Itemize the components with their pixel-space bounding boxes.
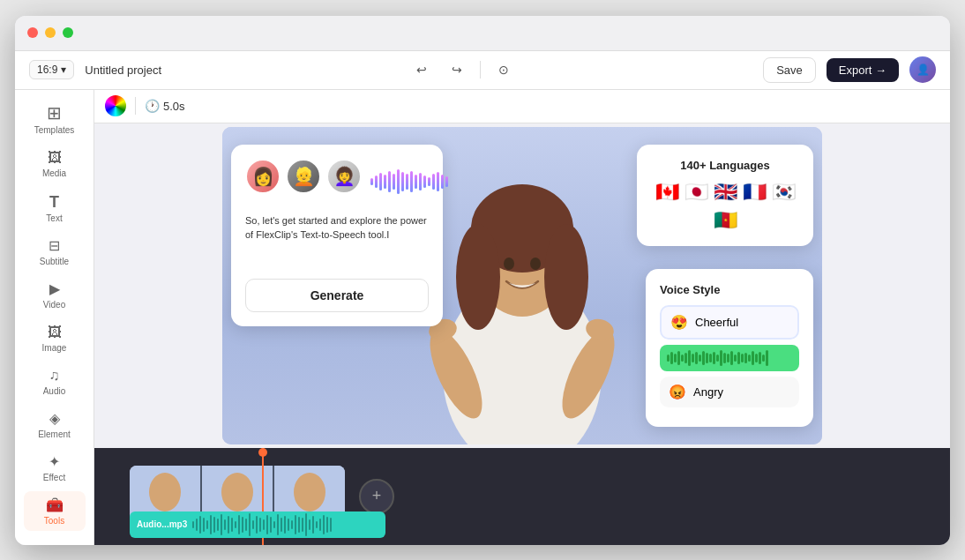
main-area: ⊞ Templates 🖼 Media T Text ⊟ Subtitle ▶ … — [15, 90, 950, 545]
sidebar-item-templates[interactable]: ⊞ Templates — [24, 97, 86, 140]
voice-style-cheerful[interactable]: 😍 Cheerful — [660, 305, 799, 340]
aspect-ratio-button[interactable]: 16:9 ▾ — [29, 60, 74, 79]
subtitle-icon: ⊟ — [49, 239, 60, 253]
cheerful-label: Cheerful — [695, 316, 738, 329]
flag-uk[interactable]: 🇬🇧 — [714, 181, 737, 204]
sidebar-item-label: Element — [38, 429, 71, 439]
text-icon: T — [49, 194, 59, 210]
flag-row: 🇨🇦 🇯🇵 🇬🇧 🇫🇷 🇰🇷 🇨🇲 — [651, 181, 799, 232]
export-button[interactable]: Export → — [827, 58, 899, 82]
video-canvas: 👩 👱 👩‍🦱 — [222, 127, 822, 444]
audio-track: Audio...mp3 — [130, 511, 897, 538]
voice-avatars: 👩 👱 👩‍🦱 — [245, 159, 362, 194]
playhead-head — [258, 448, 267, 457]
svg-point-14 — [221, 473, 253, 511]
voice-waveform — [370, 169, 448, 194]
sidebar-item-label: Templates — [34, 125, 75, 135]
flag-japan[interactable]: 🇯🇵 — [684, 181, 708, 204]
voice-avatar-2[interactable]: 👱 — [286, 159, 321, 194]
minimize-button[interactable] — [45, 27, 56, 38]
cheerful-emoji: 😍 — [670, 314, 688, 331]
editor-area: 🕐 5.0s — [94, 90, 950, 545]
flag-korea[interactable]: 🇰🇷 — [772, 181, 796, 204]
flag-france[interactable]: 🇫🇷 — [743, 181, 767, 204]
sidebar-item-label: Text — [46, 213, 62, 223]
sidebar-item-label: Image — [42, 343, 67, 353]
maximize-button[interactable] — [63, 27, 73, 38]
color-wheel[interactable] — [105, 95, 126, 116]
video-icon: ▶ — [49, 282, 60, 296]
effect-icon: ✦ — [49, 455, 60, 469]
voice-avatar-1[interactable]: 👩 — [245, 159, 281, 194]
sidebar-item-image[interactable]: 🖼 Image — [24, 318, 86, 358]
close-button[interactable] — [27, 27, 38, 38]
avatar[interactable]: 👤 — [909, 56, 936, 83]
audio-label: Audio...mp3 — [130, 519, 194, 529]
angry-label: Angry — [693, 385, 723, 399]
audio-waveform — [191, 511, 385, 538]
cheerful-waveform-bar — [660, 345, 799, 371]
sidebar-item-label: Audio — [43, 386, 66, 396]
undo-button[interactable]: ↩ — [409, 57, 434, 82]
sidebar-item-label: Subtitle — [40, 257, 69, 266]
voice-style-title: Voice Style — [660, 283, 799, 296]
flag-canada[interactable]: 🇨🇦 — [655, 181, 679, 204]
aspect-ratio-label: 16:9 — [37, 63, 57, 76]
tools-icon: 🧰 — [46, 498, 64, 512]
sidebar-item-audio[interactable]: ♫ Audio — [24, 362, 86, 401]
voice-avatar-3[interactable]: 👩‍🦱 — [326, 159, 362, 194]
color-bar: 🕐 5.0s — [94, 90, 950, 123]
project-title[interactable]: Untitled project — [85, 63, 161, 77]
sidebar-item-tools[interactable]: 🧰 Tools — [24, 491, 86, 531]
plus-icon: + — [372, 487, 382, 505]
svg-point-16 — [294, 473, 325, 511]
tts-text: So, let's get started and explore the po… — [245, 213, 429, 266]
sidebar-item-text[interactable]: T Text — [24, 187, 86, 228]
sidebar-item-effect[interactable]: ✦ Effect — [24, 448, 86, 488]
export-label: Export → — [839, 63, 886, 77]
duration-value: 5.0s — [163, 100, 185, 113]
tts-panel: 👩 👱 👩‍🦱 — [231, 145, 443, 326]
svg-point-5 — [504, 258, 514, 270]
audio-strip: Audio...mp3 — [130, 511, 385, 538]
svg-point-6 — [530, 258, 541, 270]
sidebar-item-element[interactable]: ◈ Element — [24, 405, 86, 444]
screen-record-button[interactable]: ⊙ — [491, 57, 516, 82]
title-bar — [15, 16, 950, 51]
generate-button[interactable]: Generate — [245, 279, 429, 312]
sidebar-item-label: Effect — [43, 473, 65, 482]
redo-button[interactable]: ↪ — [445, 57, 469, 82]
clock-icon: 🕐 — [145, 99, 160, 113]
languages-panel: 140+ Languages 🇨🇦 🇯🇵 🇬🇧 🇫🇷 🇰🇷 🇨🇲 — [637, 145, 813, 246]
audio-icon: ♫ — [49, 369, 60, 383]
chevron-down-icon: ▾ — [61, 63, 66, 76]
voice-style-angry[interactable]: 😡 Angry — [660, 377, 799, 407]
add-clip-button[interactable]: + — [359, 479, 394, 514]
canvas-area: 👩 👱 👩‍🦱 — [94, 123, 950, 448]
sidebar-item-video[interactable]: ▶ Video — [24, 275, 86, 315]
angry-emoji: 😡 — [669, 384, 686, 400]
sidebar-item-label: Video — [43, 300, 65, 310]
sidebar-item-label: Media — [42, 168, 66, 178]
languages-title: 140+ Languages — [651, 159, 799, 172]
color-divider — [135, 97, 136, 115]
sidebar-item-subtitle[interactable]: ⊟ Subtitle — [24, 232, 86, 272]
svg-point-3 — [456, 224, 500, 330]
flag-cameroon[interactable]: 🇨🇲 — [714, 209, 737, 232]
toolbar-divider — [480, 61, 481, 78]
image-icon: 🖼 — [48, 325, 62, 340]
svg-point-12 — [149, 473, 181, 511]
templates-icon: ⊞ — [47, 104, 62, 122]
element-icon: ◈ — [49, 412, 60, 426]
sidebar: ⊞ Templates 🖼 Media T Text ⊟ Subtitle ▶ … — [15, 90, 94, 545]
sidebar-item-label: Tools — [44, 516, 64, 526]
voice-style-panel: Voice Style 😍 Cheerful — [646, 269, 813, 427]
time-indicator: 🕐 5.0s — [145, 99, 185, 113]
media-icon: 🖼 — [48, 151, 62, 165]
svg-point-4 — [544, 224, 588, 330]
save-button[interactable]: Save — [763, 57, 816, 83]
app-window: 16:9 ▾ Untitled project ↩ ↪ ⊙ Save Expor… — [15, 16, 950, 545]
sidebar-item-media[interactable]: 🖼 Media — [24, 144, 86, 183]
timeline-area: + Audio...mp3 — [94, 448, 950, 545]
toolbar: 16:9 ▾ Untitled project ↩ ↪ ⊙ Save Expor… — [15, 51, 950, 90]
